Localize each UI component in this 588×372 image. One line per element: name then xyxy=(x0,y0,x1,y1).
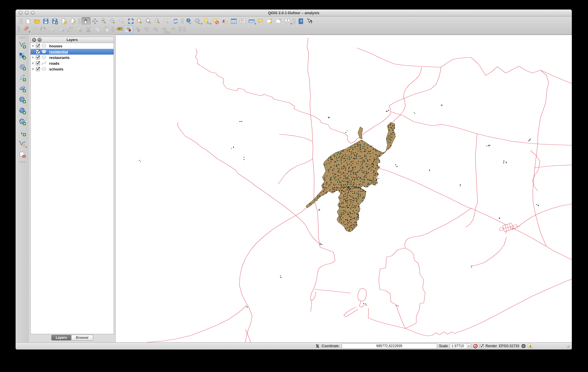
residential-polygon-neck xyxy=(358,127,363,139)
zoom-in-button[interactable] xyxy=(99,17,108,25)
coordinate-capture-icon[interactable] xyxy=(315,344,320,348)
toolbar-grip[interactable] xyxy=(19,36,25,38)
layer-item-residential[interactable]: residential xyxy=(31,49,114,55)
toolbar-grip[interactable] xyxy=(112,26,114,32)
toolbar-grip[interactable] xyxy=(18,26,20,32)
move-feat-icon xyxy=(58,26,65,33)
expander-icon[interactable] xyxy=(32,62,34,64)
panel-close-icon[interactable]: ✕ xyxy=(32,38,36,42)
toolbar-grip[interactable] xyxy=(181,18,184,24)
add-raster-layer-button[interactable] xyxy=(18,51,27,60)
add-mssql-layer-button[interactable] xyxy=(18,84,27,93)
map-tips-button[interactable] xyxy=(256,17,265,25)
refresh-map-button[interactable] xyxy=(171,17,180,25)
toolbar-grip[interactable] xyxy=(164,31,171,34)
add-postgis-layer-button[interactable] xyxy=(18,62,27,71)
chevron-down-icon[interactable]: ▼ xyxy=(467,344,471,348)
expander-icon[interactable] xyxy=(32,56,34,59)
toolbar-grip[interactable] xyxy=(20,18,23,24)
paste-icon xyxy=(103,26,110,33)
chevron-down-icon[interactable]: ▼ xyxy=(290,23,292,25)
expander-icon[interactable] xyxy=(32,68,34,70)
crs-globe-icon[interactable] xyxy=(521,344,526,348)
show-bookmarks-button[interactable] xyxy=(274,17,283,25)
svg-text:?: ? xyxy=(300,19,302,23)
layer-visibility-checkbox[interactable] xyxy=(36,61,40,65)
close-window-button[interactable] xyxy=(19,11,23,15)
layer-item-restaurants[interactable]: restaurants xyxy=(31,55,114,60)
expander-icon[interactable] xyxy=(32,45,34,47)
select-by-expression-button[interactable]: ε xyxy=(220,17,229,25)
move-label-button: abc xyxy=(151,25,160,33)
current-edits-button[interactable]: ▼ xyxy=(21,25,30,33)
layer-visibility-checkbox[interactable] xyxy=(36,55,40,59)
zoom-window-button[interactable] xyxy=(31,11,35,15)
zoom-to-layer-button[interactable] xyxy=(144,17,153,25)
layer-label: residential xyxy=(49,50,68,54)
tab-layers[interactable]: Layers xyxy=(51,335,72,341)
toolbar-grip[interactable] xyxy=(293,18,295,24)
open-project-button[interactable] xyxy=(32,17,41,25)
help-contents-button[interactable]: ? xyxy=(296,17,305,25)
remove-layer-button[interactable] xyxy=(18,150,27,159)
svg-text:ab: ab xyxy=(127,27,129,29)
zoom-to-selection-button[interactable] xyxy=(135,17,144,25)
layer-visibility-checkbox[interactable] xyxy=(36,67,40,71)
layer-visibility-checkbox[interactable] xyxy=(36,50,40,54)
text-annotation-button[interactable]: T▼ xyxy=(283,17,292,25)
add-wcs-layer-button[interactable] xyxy=(18,106,27,115)
panel-float-icon[interactable]: ❐ xyxy=(38,38,42,42)
panel-title: Layers xyxy=(31,38,114,42)
toolbar-grip[interactable] xyxy=(19,161,25,163)
resize-grip[interactable] xyxy=(566,344,570,348)
pan-map-button[interactable] xyxy=(82,17,90,25)
zoom-last-button[interactable] xyxy=(153,17,162,25)
expander-icon[interactable] xyxy=(32,51,34,53)
new-shapefile-layer-button[interactable]: ▼ xyxy=(18,139,27,148)
new-project-button[interactable] xyxy=(23,17,32,25)
pin-unpin-labels-button[interactable]: ab xyxy=(124,25,133,33)
layer-item-roads[interactable]: roads xyxy=(31,60,114,66)
add-wms-layer-button[interactable] xyxy=(18,95,27,104)
zoom-out-button[interactable] xyxy=(108,17,117,25)
render-checkbox[interactable] xyxy=(480,344,484,348)
measure-line-button[interactable]: ▼ xyxy=(247,17,256,25)
tab-browser[interactable]: Browser xyxy=(71,335,93,341)
new-print-composer-button[interactable] xyxy=(59,17,68,25)
floppy-icon xyxy=(42,18,49,25)
save-project-button[interactable] xyxy=(41,17,50,25)
toolbar-grip[interactable] xyxy=(183,26,186,32)
pan-to-selection-button[interactable] xyxy=(90,17,99,25)
title-bar[interactable]: QGIS 2.0.1-Dufour – analysis xyxy=(16,10,572,16)
map-canvas[interactable] xyxy=(116,35,572,342)
save-project-as-button[interactable] xyxy=(50,17,59,25)
field-calculator-button[interactable] xyxy=(238,17,247,25)
identify-features-button[interactable]: i xyxy=(184,17,193,25)
whats-this-button[interactable]: ? xyxy=(305,17,314,25)
add-vector-layer-button[interactable] xyxy=(18,40,27,49)
chevron-down-icon[interactable]: ▼ xyxy=(25,146,27,148)
add-wfs-layer-button[interactable] xyxy=(18,117,27,126)
stop-render-icon[interactable] xyxy=(473,344,478,349)
open-attribute-table-button[interactable] xyxy=(229,17,238,25)
layer-visibility-checkbox[interactable] xyxy=(36,44,40,48)
new-bookmark-button[interactable] xyxy=(265,17,274,25)
add-delimited-text-layer-button[interactable]: , xyxy=(18,128,27,137)
toolbar-grip[interactable] xyxy=(78,18,81,24)
zoom-full-extent-button[interactable] xyxy=(126,17,135,25)
scale-combobox[interactable]: 1:37710 ▼ xyxy=(450,343,471,349)
layer-item-houses[interactable]: houses xyxy=(31,43,114,49)
crs-status[interactable]: EPSG:32733 xyxy=(499,344,519,348)
select-features-button[interactable]: ▼ xyxy=(202,17,211,25)
composer-manager-button[interactable] xyxy=(68,17,77,25)
run-feature-action-button[interactable]: ▼ xyxy=(193,17,202,25)
minimize-window-button[interactable] xyxy=(25,11,29,15)
messages-warning-icon[interactable] xyxy=(528,344,533,348)
layer-item-schools[interactable]: schools xyxy=(31,66,114,72)
layer-labeling-options-button[interactable]: abc xyxy=(115,25,124,33)
map-render xyxy=(116,35,572,342)
toolbar-grip[interactable] xyxy=(179,26,181,32)
add-spatialite-layer-button[interactable] xyxy=(18,73,27,82)
coordinate-input[interactable] xyxy=(342,343,437,349)
deselect-features-button[interactable] xyxy=(211,17,220,25)
